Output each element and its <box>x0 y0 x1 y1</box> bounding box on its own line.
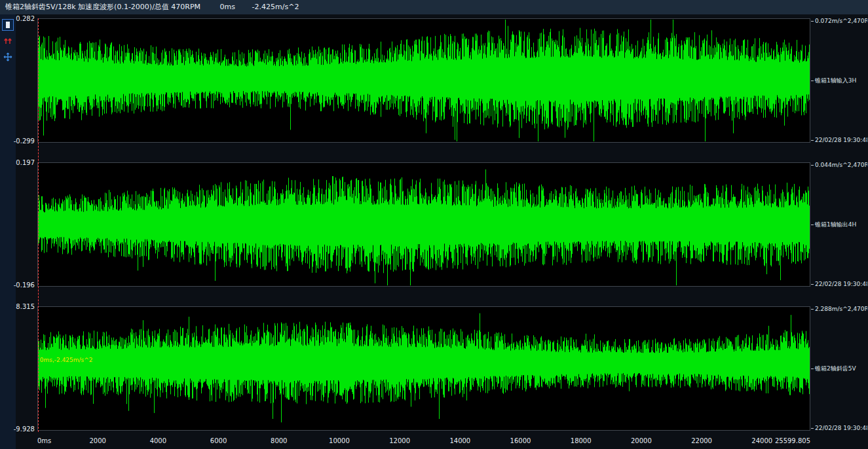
waveform-canvas-channel2[interactable] <box>38 163 810 286</box>
x-axis: 0ms2000400060008000100001200014000160001… <box>37 437 810 448</box>
x-tick-label: 10000 <box>329 437 350 444</box>
x-tick-label: 12000 <box>389 437 410 444</box>
waveform-canvas-channel3[interactable] <box>38 307 810 430</box>
overall-value-ch2: 0.044m/s^2,470RPM <box>811 161 867 169</box>
cursor-annotation: 0ms,-2.425m/s^2 <box>40 357 93 363</box>
channel-name-ch1: 锥箱1轴输入3H <box>811 77 867 84</box>
left-toolbar <box>0 14 16 449</box>
channel-name-ch3: 锥箱2轴斜齿5V <box>811 365 867 372</box>
x-tick-label: 24000 <box>751 437 772 444</box>
x-tick-label: 6000 <box>210 437 227 444</box>
channel-name-ch2: 锥箱1轴输出4H <box>811 221 867 228</box>
waveform-panel-2 <box>37 162 810 287</box>
x-tick-label: 14000 <box>449 437 470 444</box>
vibration-analysis-window: 锥箱2轴斜齿5V/128k 加速度波形(0.1-2000)/总值 470RPM … <box>0 0 868 449</box>
y-max-label-ch3: 8.315 <box>0 303 35 311</box>
x-tick-label: 8000 <box>271 437 287 444</box>
waveform-canvas-channel1[interactable] <box>38 19 810 142</box>
cursor-time-readout: 0ms <box>220 3 235 11</box>
title-bar: 锥箱2轴斜齿5V/128k 加速度波形(0.1-2000)/总值 470RPM … <box>0 0 868 14</box>
x-tick-label: 16000 <box>510 437 531 444</box>
x-tick-label: 4000 <box>150 437 166 444</box>
overall-value-ch1: 0.072m/s^2,470RPM <box>811 17 867 25</box>
y-max-label-ch2: 0.197 <box>0 159 35 167</box>
y-min-label-ch2: -0.196 <box>0 281 35 289</box>
timestamp-ch1: 22/02/28 19:30:48 <box>811 136 867 144</box>
x-tick-label: 20000 <box>631 437 652 444</box>
x-tick-label: 22000 <box>691 437 712 444</box>
timestamp-ch3: 22/02/28 19:30:48 <box>811 424 867 432</box>
waveform-panel-3 <box>37 306 810 431</box>
cursor-value-readout: -2.425m/s^2 <box>252 3 299 11</box>
waveform-panel-1 <box>37 18 810 143</box>
y-min-label-ch3: -9.928 <box>0 425 35 433</box>
timestamp-ch2: 22/02/28 19:30:48 <box>811 280 867 288</box>
overall-value-ch3: 2.288m/s^2,470RPM <box>811 305 867 313</box>
y-max-label-ch1: 0.282 <box>0 15 35 23</box>
x-tick-label: 0ms <box>37 437 51 444</box>
window-title: 锥箱2轴斜齿5V/128k 加速度波形(0.1-2000)/总值 470RPM <box>5 3 200 11</box>
move-tool-icon <box>3 52 12 64</box>
harmonic-cursor-button[interactable] <box>2 35 14 47</box>
x-tick-label: 2000 <box>89 437 105 444</box>
pan-tool-button[interactable] <box>2 52 14 63</box>
measurement-cursor-line[interactable] <box>38 18 39 432</box>
x-tick-label: 18000 <box>571 437 592 444</box>
red-up-arrows-icon <box>3 35 12 48</box>
x-tick-label: 25599.805 <box>775 437 810 444</box>
y-min-label-ch1: -0.299 <box>0 137 35 145</box>
